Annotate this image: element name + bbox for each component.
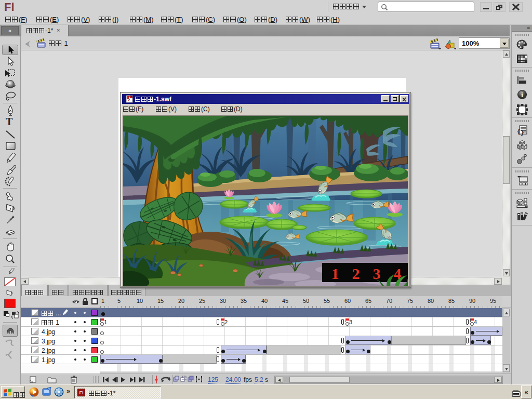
svg-text:}: } [521, 130, 524, 136]
svg-text:i: i [521, 91, 523, 99]
svg-text:{: { [517, 129, 521, 135]
svg-text:1: 1 [331, 265, 339, 282]
svg-text:2: 2 [352, 265, 360, 282]
